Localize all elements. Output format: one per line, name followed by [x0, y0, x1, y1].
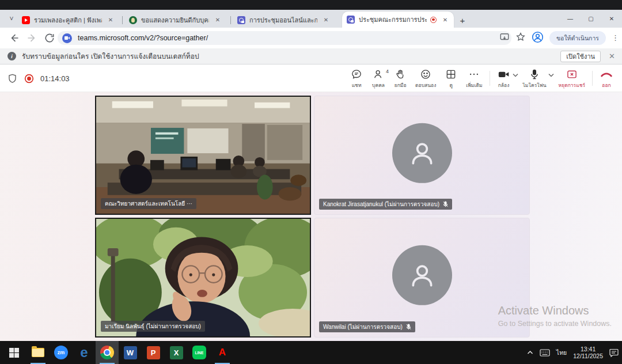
back-icon[interactable] [8, 32, 20, 44]
microphone-button[interactable]: ไมโครโฟน [519, 68, 551, 89]
participant-tile-kanokrat[interactable]: Kanokrat Jirasatjanukul (ไม่ผ่านการตรวจส… [314, 96, 530, 215]
participant-name: Wanwilai (ไม่ผ่านการตรวจสอบ) [323, 323, 403, 331]
camera-button[interactable]: กล้อง [493, 68, 515, 89]
tab-close-icon[interactable]: ✕ [322, 16, 330, 24]
tab-recording-indicator-icon [430, 17, 437, 23]
react-button[interactable]: ตอบสนอง [411, 68, 440, 89]
url-text[interactable]: teams.microsoft.com/v2/?source=gather/ [78, 34, 208, 42]
participant-tile-faculty-room[interactable]: คณะวิทยาศาสตร์และเทคโนโลยี ··· [95, 96, 311, 215]
window-controls: — ▢ ✕ [560, 10, 622, 28]
view-grid-icon [445, 68, 457, 80]
participant-tile-wanwilai[interactable]: Wanwilai (ไม่ผ่านการตรวจสอบ) [314, 218, 530, 338]
leave-button[interactable]: ออก [596, 68, 617, 89]
hidden-icons-chevron-icon[interactable] [527, 350, 533, 355]
minimize-button[interactable]: — [560, 10, 581, 28]
taskbar-powerpoint[interactable]: P [142, 341, 165, 364]
close-window-button[interactable]: ✕ [601, 10, 622, 28]
taskbar-chrome-active[interactable] [96, 341, 119, 364]
meeting-room-video [96, 97, 310, 214]
people-count-badge: 4 [386, 69, 389, 74]
reload-icon[interactable] [44, 32, 55, 44]
cast-save-icon[interactable] [499, 32, 510, 44]
new-tab-button[interactable]: + [457, 14, 468, 26]
stop-sharing-icon [566, 68, 578, 80]
taskbar-edge[interactable]: e [73, 341, 96, 364]
meeting-header: 01:14:03 แชท 4 บุคคล ยกมือ [0, 65, 622, 92]
chat-button[interactable]: แชท [346, 68, 367, 89]
participant-name: มาเรียม นิลพันธุ์ (ไม่ผ่านการตรวจสอบ) [105, 322, 201, 331]
tab-youtube[interactable]: รวมเพลงอะคูสติก | ฟังเพลงปลายฝน ✕ [17, 12, 121, 28]
participant-name: คณะวิทยาศาสตร์และเทคโนโลยี ··· [105, 199, 192, 208]
participant-name: Kanokrat Jirasatjanukul (ไม่ผ่านการตรวจส… [323, 200, 439, 208]
people-icon: 4 [373, 68, 384, 80]
notification-bar: i รับทราบข้อมูลก่อนใคร เปิดใช้งานการแจ้ง… [0, 48, 622, 65]
stop-sharing-button[interactable]: หยุดการแชร์ [555, 68, 589, 89]
taskbar-line[interactable]: LINE [188, 341, 211, 364]
tab-teams-home[interactable]: การประชุมออนไลน์และการสนทนา ✕ [233, 12, 339, 28]
browser-toolbar: teams.microsoft.com/v2/?source=gather/ ข… [0, 28, 622, 48]
tab-divider [230, 16, 231, 24]
enable-notifications-button[interactable]: เปิดใช้งาน [560, 51, 601, 62]
file-explorer-icon [32, 348, 44, 357]
maximize-button[interactable]: ▢ [581, 10, 601, 28]
camera-icon [498, 68, 510, 80]
address-bar[interactable]: teams.microsoft.com/v2/?source=gather/ [58, 31, 511, 45]
tab-title: ขอแสดงความยินดีกับบุคลากรคณะวิท [141, 15, 209, 25]
participant-tile-mariam[interactable]: มาเรียม นิลพันธุ์ (ไม่ผ่านการตรวจสอบ) [95, 218, 311, 338]
speaker-video [96, 219, 310, 336]
clock-date: 12/11/2025 [573, 352, 603, 360]
microphone-icon [529, 68, 540, 80]
dismiss-notification-icon[interactable]: ✕ [609, 52, 615, 60]
meeting-toolbar: แชท 4 บุคคล ยกมือ ตอบสนอง [346, 65, 617, 92]
security-shield-icon[interactable] [7, 73, 18, 84]
taskbar-file-explorer[interactable] [26, 341, 50, 364]
acrobat-icon: A [219, 347, 226, 358]
taskbar-zoom[interactable]: zm [50, 341, 73, 364]
microphone-options-chevron-icon[interactable] [548, 69, 554, 79]
tab-search-chevron-icon[interactable]: ˅ [6, 13, 17, 25]
touch-keyboard-icon[interactable] [540, 349, 550, 357]
view-button[interactable]: ดู [440, 68, 462, 89]
bookmark-star-icon[interactable] [515, 32, 526, 44]
tab-divider [122, 16, 123, 24]
tab-close-icon[interactable]: ✕ [214, 16, 222, 24]
tab-close-icon[interactable]: ✕ [107, 16, 115, 24]
participant-name-label: คณะวิทยาศาสตร์และเทคโนโลยี ··· [101, 198, 196, 209]
language-indicator[interactable]: ไทย [556, 348, 567, 358]
profile-avatar-icon[interactable] [532, 31, 544, 46]
browser-menu-icon[interactable]: ⋮ [612, 36, 615, 40]
tab-title: การประชุมออนไลน์และการสนทนา [249, 15, 317, 25]
taskbar-word[interactable]: W [119, 341, 142, 364]
tab-title: ประชุมคณะกรรมการประจำคณ [359, 14, 427, 25]
notification-message: รับทราบข้อมูลก่อนใคร เปิดใช้งานการแจ้งเต… [22, 51, 199, 62]
meeting-stage: คณะวิทยาศาสตร์และเทคโนโลยี ··· Kanokrat … [0, 92, 622, 341]
forward-icon[interactable] [26, 32, 38, 44]
react-smiley-icon [420, 68, 431, 80]
chat-icon [351, 68, 362, 80]
tab-university-news[interactable]: ขอแสดงความยินดีกับบุคลากรคณะวิท ✕ [124, 12, 229, 28]
action-center-icon[interactable] [609, 348, 619, 357]
line-app-icon: LINE [192, 346, 206, 359]
tab-teams-meeting-active[interactable]: ประชุมคณะกรรมการประจำคณ ✕ [342, 12, 454, 28]
participant-name-label: Kanokrat Jirasatjanukul (ไม่ผ่านการตรวจส… [319, 199, 452, 210]
more-button[interactable]: เพิ่มเติม [462, 68, 486, 89]
clock[interactable]: 13:41 12/11/2025 [573, 346, 603, 360]
windows-start-icon [9, 348, 19, 358]
desktop-screen: ˅ รวมเพลงอะคูสติก | ฟังเพลงปลายฝน ✕ ขอแส… [0, 0, 622, 364]
people-button[interactable]: 4 บุคคล [367, 68, 389, 89]
avatar [392, 123, 452, 183]
teams-icon [347, 16, 355, 24]
start-button[interactable] [2, 341, 25, 364]
tab-close-icon[interactable]: ✕ [441, 16, 449, 24]
action-required-button[interactable]: ขอให้ดำเนินการ [549, 31, 606, 45]
taskbar-excel[interactable]: X [165, 341, 188, 364]
recording-indicator-icon [24, 74, 34, 84]
person-icon [408, 261, 437, 290]
raise-hand-button[interactable]: ยกมือ [389, 68, 411, 89]
teams-favicon-icon [62, 33, 72, 43]
participant-name-label: Wanwilai (ไม่ผ่านการตรวจสอบ) [319, 321, 415, 332]
powerpoint-icon: P [147, 346, 160, 359]
hang-up-icon [600, 68, 613, 80]
taskbar-acrobat[interactable]: A [211, 341, 234, 364]
camera-options-chevron-icon[interactable] [513, 69, 518, 79]
